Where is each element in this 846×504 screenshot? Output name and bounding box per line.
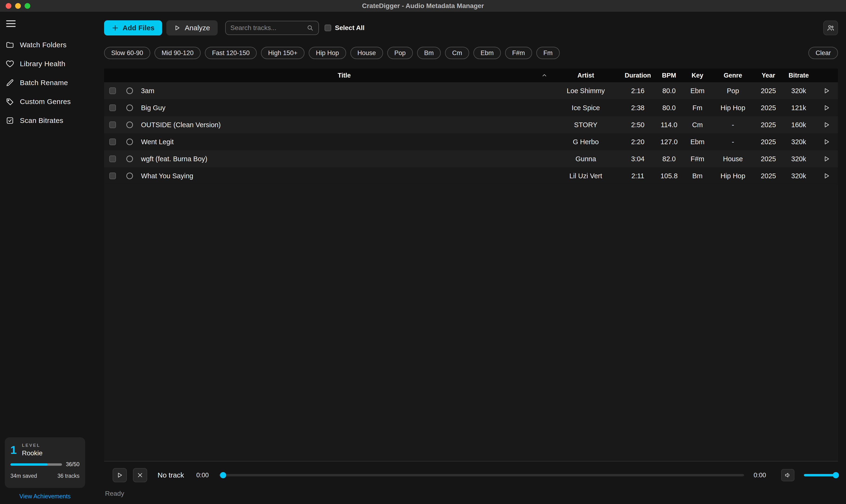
close-window-button[interactable] <box>6 3 11 9</box>
cell-bpm: 127.0 <box>654 138 684 146</box>
minimize-window-button[interactable] <box>15 3 21 9</box>
play-icon <box>823 121 830 128</box>
play-icon <box>823 155 830 162</box>
row-status-circle[interactable] <box>126 173 133 179</box>
cell-artist: Gunna <box>550 155 621 163</box>
sidebar-item-scan-bitrates[interactable]: Scan Bitrates <box>0 111 104 130</box>
column-header-duration[interactable]: Duration <box>621 72 654 79</box>
toolbar: Add Files Analyze Select All <box>104 20 838 35</box>
filter-chip[interactable]: Ebm <box>473 47 501 59</box>
pencil-icon <box>6 78 14 87</box>
row-play-button[interactable] <box>823 104 830 111</box>
filter-chip[interactable]: Fm <box>536 47 560 59</box>
table-row[interactable]: 3am Loe Shimmy 2:16 80.0 Ebm Pop 2025 32… <box>104 82 838 99</box>
analyze-button[interactable]: Analyze <box>166 20 218 35</box>
users-icon <box>827 24 835 32</box>
zoom-window-button[interactable] <box>24 3 30 9</box>
sidebar-item-watch-folders[interactable]: Watch Folders <box>0 35 104 54</box>
row-checkbox[interactable] <box>109 105 116 111</box>
level-card: 1 LEVEL Rookie 36/50 34m saved 36 tracks <box>5 437 85 488</box>
seek-slider[interactable] <box>219 474 744 476</box>
cell-genre: Hip Hop <box>711 104 755 112</box>
sort-ascending-icon[interactable] <box>541 72 548 78</box>
select-all-control[interactable]: Select All <box>325 24 365 32</box>
cell-key: Ebm <box>684 87 711 95</box>
row-play-button[interactable] <box>823 172 830 179</box>
filter-chip-label: F#m <box>512 49 525 57</box>
heart-icon <box>6 59 14 68</box>
hamburger-menu-icon[interactable] <box>6 20 16 27</box>
clear-filters-button[interactable]: Clear <box>808 47 838 59</box>
row-play-button[interactable] <box>823 155 830 162</box>
sidebar-item-label: Scan Bitrates <box>20 116 64 125</box>
volume-slider-knob[interactable] <box>833 472 839 478</box>
row-checkbox[interactable] <box>109 139 116 145</box>
achievements-button[interactable] <box>823 21 838 35</box>
add-files-label: Add Files <box>123 24 155 32</box>
sidebar-item-label: Library Health <box>20 60 65 68</box>
sidebar-item-custom-genres[interactable]: Custom Genres <box>0 92 104 111</box>
cell-duration: 3:04 <box>621 155 654 163</box>
sidebar-item-batch-rename[interactable]: Batch Rename <box>0 73 104 92</box>
filter-chip[interactable]: Bm <box>417 47 441 59</box>
filter-chip[interactable]: Slow 60-90 <box>104 47 150 59</box>
player-play-button[interactable] <box>113 468 127 482</box>
row-checkbox[interactable] <box>109 88 116 94</box>
sidebar-item-library-health[interactable]: Library Health <box>0 54 104 73</box>
play-icon <box>823 138 830 145</box>
column-header-bitrate[interactable]: Bitrate <box>782 72 815 79</box>
row-play-button[interactable] <box>823 138 830 145</box>
table-row[interactable]: Big Guy Ice Spice 2:38 80.0 Fm Hip Hop 2… <box>104 99 838 116</box>
row-checkbox[interactable] <box>109 156 116 162</box>
search-input[interactable] <box>230 24 303 32</box>
volume-mute-button[interactable] <box>781 469 794 481</box>
cell-year: 2025 <box>755 87 782 95</box>
player-stop-button[interactable] <box>133 468 147 482</box>
cell-bitrate: 320k <box>782 138 815 146</box>
sidebar: Watch Folders Library Health Batch Renam… <box>0 12 104 504</box>
filter-chip[interactable]: Pop <box>387 47 413 59</box>
column-header-bpm[interactable]: BPM <box>654 72 684 79</box>
row-status-circle[interactable] <box>126 122 133 128</box>
cell-title: wgft (feat. Burna Boy) <box>138 155 550 163</box>
table-row[interactable]: OUTSIDE (Clean Version) STORY 2:50 114.0… <box>104 116 838 133</box>
filter-chip[interactable]: High 150+ <box>261 47 305 59</box>
row-status-circle[interactable] <box>126 156 133 162</box>
row-status-circle[interactable] <box>126 88 133 94</box>
cell-genre: - <box>711 121 755 129</box>
filter-chip-label: Hip Hop <box>316 49 339 57</box>
table-row[interactable]: What You Saying Lil Uzi Vert 2:11 105.8 … <box>104 167 838 184</box>
column-header-artist[interactable]: Artist <box>550 72 621 79</box>
cell-year: 2025 <box>755 155 782 163</box>
row-play-button[interactable] <box>823 121 830 128</box>
filter-chip[interactable]: House <box>350 47 383 59</box>
cell-title: 3am <box>138 87 550 95</box>
row-checkbox[interactable] <box>109 122 116 128</box>
filter-chip-label: Fm <box>543 49 553 57</box>
search-icon <box>307 24 314 32</box>
row-status-circle[interactable] <box>126 139 133 145</box>
cell-duration: 2:11 <box>621 172 654 180</box>
filter-chip[interactable]: F#m <box>505 47 532 59</box>
view-achievements-link[interactable]: View Achievements <box>5 493 85 500</box>
table-row[interactable]: Went Legit G Herbo 2:20 127.0 Ebm - 2025… <box>104 133 838 150</box>
filter-chip[interactable]: Fast 120-150 <box>205 47 257 59</box>
select-all-checkbox[interactable] <box>325 24 331 31</box>
filter-chip[interactable]: Mid 90-120 <box>155 47 201 59</box>
table-row[interactable]: wgft (feat. Burna Boy) Gunna 3:04 82.0 F… <box>104 150 838 167</box>
cell-year: 2025 <box>755 104 782 112</box>
filter-chip[interactable]: Cm <box>445 47 469 59</box>
row-status-circle[interactable] <box>126 105 133 111</box>
row-checkbox[interactable] <box>109 173 116 179</box>
add-files-button[interactable]: Add Files <box>104 20 162 35</box>
filter-chip-label: Mid 90-120 <box>161 49 193 57</box>
column-header-year[interactable]: Year <box>755 72 782 79</box>
row-play-button[interactable] <box>823 87 830 94</box>
column-header-key[interactable]: Key <box>684 72 711 79</box>
seek-slider-knob[interactable] <box>220 472 226 478</box>
volume-slider[interactable] <box>804 474 838 476</box>
column-header-title[interactable]: Title <box>138 72 550 79</box>
cell-title: OUTSIDE (Clean Version) <box>138 121 550 129</box>
column-header-genre[interactable]: Genre <box>711 72 755 79</box>
filter-chip[interactable]: Hip Hop <box>309 47 346 59</box>
